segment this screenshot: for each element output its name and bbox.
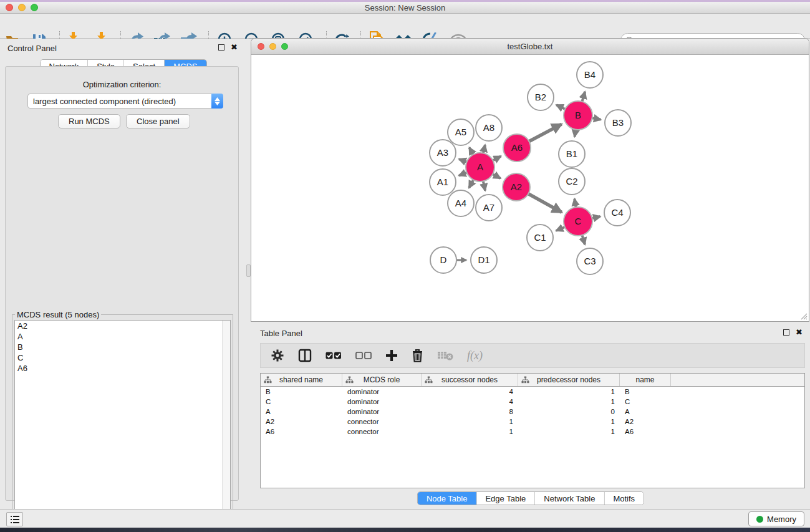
table-cell: C xyxy=(261,398,342,405)
table-cell: connector xyxy=(342,418,422,425)
float-table-panel-icon[interactable] xyxy=(783,329,789,336)
table-settings-button[interactable] xyxy=(271,346,284,365)
memory-button[interactable]: Memory xyxy=(748,511,804,526)
graph-node-label: B1 xyxy=(566,148,577,159)
result-list-item[interactable]: B xyxy=(15,342,230,352)
control-panel-title: Control Panel xyxy=(7,44,57,53)
function-builder-button[interactable]: f(x) xyxy=(467,346,483,365)
table-panel: Table Panel ✖ xyxy=(251,323,810,509)
column-header-label: MCDS role xyxy=(364,375,400,384)
main-area: Control Panel ✖ NetworkStyleSelectMCDS O… xyxy=(0,39,810,509)
node-table[interactable]: shared nameMCDS rolesuccessor nodesprede… xyxy=(260,373,805,488)
table-row[interactable]: Adominator80A xyxy=(261,407,804,417)
plus-icon xyxy=(385,349,398,362)
network-graph[interactable]: B4B2BB3A5A8A6A3B1AA1C2A2A4A7C4CC1C3DD1 xyxy=(252,55,808,319)
column-tree-icon xyxy=(264,376,272,384)
column-header-successor-nodes[interactable]: successor nodes xyxy=(422,374,518,386)
table-cell: connector xyxy=(342,428,422,435)
table-tab-motifs[interactable]: Motifs xyxy=(604,492,644,505)
column-header-name[interactable]: name xyxy=(620,374,671,386)
result-list-scrollbar[interactable] xyxy=(222,321,230,519)
deselect-all-button[interactable] xyxy=(355,346,372,365)
mcds-result-title: MCDS result (5 nodes) xyxy=(15,310,101,319)
table-cell: 1 xyxy=(422,428,518,435)
mcds-result-group: MCDS result (5 nodes) A2ABCA6 xyxy=(12,314,233,522)
column-header-label: predecessor nodes xyxy=(537,375,600,384)
select-all-button[interactable] xyxy=(325,346,342,365)
minimize-window-button[interactable] xyxy=(18,4,26,11)
resize-grip-icon[interactable] xyxy=(799,311,808,320)
network-canvas[interactable]: B4B2BB3A5A8A6A3B1AA1C2A2A4A7C4CC1C3DD1 xyxy=(252,55,808,319)
graph-node-label: B xyxy=(575,110,581,120)
optimization-criterion-label: Optimization criterion: xyxy=(6,80,238,89)
maximize-window-button[interactable] xyxy=(31,4,38,11)
run-mcds-button[interactable]: Run MCDS xyxy=(58,114,120,128)
result-list-item[interactable]: A2 xyxy=(15,321,230,331)
graph-node-label: A2 xyxy=(511,181,522,192)
table-cell: C xyxy=(620,398,671,405)
result-list-item[interactable]: C xyxy=(15,352,230,363)
splitter-grabber[interactable] xyxy=(246,264,251,277)
table-row[interactable]: Bdominator41B xyxy=(261,387,804,397)
mcds-panel: Optimization criterion: largest connecte… xyxy=(5,66,239,501)
delete-table-button[interactable] xyxy=(437,346,453,365)
table-panel-title: Table Panel xyxy=(260,329,302,338)
table-cell: 1 xyxy=(518,398,620,405)
criterion-dropdown[interactable]: largest connected component (directed) xyxy=(27,94,223,109)
column-header-shared-name[interactable]: shared name xyxy=(261,374,342,386)
dropdown-stepper-icon xyxy=(211,94,223,109)
network-window-traffic-lights xyxy=(258,43,288,50)
network-window-titlebar[interactable]: testGlobe.txt xyxy=(251,39,809,55)
memory-status-icon xyxy=(756,516,763,523)
table-cell: dominator xyxy=(342,398,422,405)
table-cell: 1 xyxy=(518,418,620,425)
table-toolbar: f(x) xyxy=(260,343,805,368)
table-row[interactable]: Cdominator41C xyxy=(261,397,804,407)
close-panel-button[interactable]: Close panel xyxy=(126,114,190,128)
window-titlebar[interactable]: Session: New Session xyxy=(0,2,810,14)
result-list-item[interactable]: A xyxy=(15,331,230,342)
create-column-button[interactable] xyxy=(385,346,398,365)
window-title: Session: New Session xyxy=(0,3,810,12)
close-table-panel-icon[interactable]: ✖ xyxy=(796,329,803,336)
table-tab-network-table[interactable]: Network Table xyxy=(534,492,604,505)
show-columns-button[interactable] xyxy=(298,346,312,365)
delete-column-button[interactable] xyxy=(412,346,423,365)
float-panel-icon[interactable] xyxy=(218,44,224,51)
close-panel-icon[interactable]: ✖ xyxy=(231,44,238,51)
table-cell: 8 xyxy=(422,408,518,415)
table-cell: dominator xyxy=(342,408,422,415)
columns-icon xyxy=(298,349,312,362)
table-row[interactable]: A6connector11A6 xyxy=(261,427,804,437)
graph-node-label: A3 xyxy=(437,147,448,158)
column-header-label: shared name xyxy=(279,375,323,384)
checked-boxes-icon xyxy=(325,352,342,360)
graph-node-label: B4 xyxy=(584,69,595,80)
graph-node-label: A4 xyxy=(455,198,466,208)
column-header-MCDS-role[interactable]: MCDS role xyxy=(342,374,422,386)
table-row[interactable]: A2connector11A2 xyxy=(261,417,804,427)
network-minimize-button[interactable] xyxy=(269,43,276,50)
table-tab-node-table[interactable]: Node Table xyxy=(418,492,476,505)
column-header-predecessor-nodes[interactable]: predecessor nodes xyxy=(518,374,620,386)
control-panel: Control Panel ✖ NetworkStyleSelectMCDS O… xyxy=(0,39,246,503)
network-maximize-button[interactable] xyxy=(281,43,288,50)
table-cell: 1 xyxy=(518,388,620,395)
criterion-dropdown-value: largest connected component (directed) xyxy=(28,97,211,106)
mcds-result-list[interactable]: A2ABCA6 xyxy=(14,320,231,520)
graph-node-label: B2 xyxy=(535,92,546,102)
graph-node-label: C1 xyxy=(534,232,546,243)
table-cell: A xyxy=(620,408,671,415)
close-window-button[interactable] xyxy=(6,4,13,11)
table-cell: B xyxy=(620,388,671,395)
table-panel-buttons: ✖ xyxy=(783,329,803,336)
table-cell: 4 xyxy=(422,398,518,405)
trash-icon xyxy=(412,349,423,362)
table-tab-edge-table[interactable]: Edge Table xyxy=(476,492,534,505)
task-history-button[interactable] xyxy=(6,512,23,526)
column-tree-icon xyxy=(425,376,433,384)
main-toolbar xyxy=(0,14,810,39)
graph-node-label: A xyxy=(477,162,483,172)
result-list-item[interactable]: A6 xyxy=(15,363,230,374)
network-close-button[interactable] xyxy=(258,43,264,50)
